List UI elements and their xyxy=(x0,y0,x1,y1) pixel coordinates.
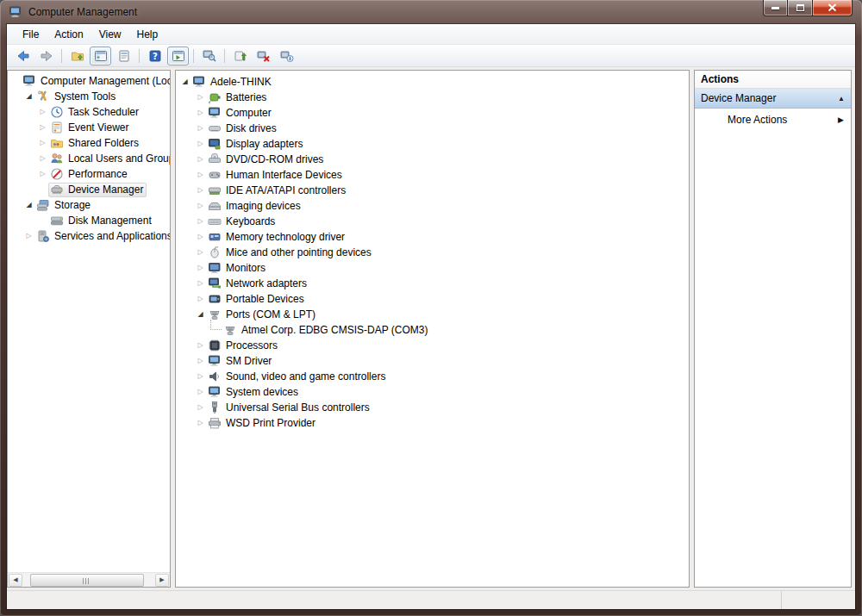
expand-collapsed-icon[interactable]: ▷ xyxy=(37,166,48,182)
device-tree-item-disk-drives[interactable]: ▷Disk drives xyxy=(176,121,689,136)
console-tree-item-task-scheduler[interactable]: ▷Task Scheduler xyxy=(8,104,170,120)
expand-collapsed-icon[interactable]: ▷ xyxy=(195,90,206,105)
console-tree-item-performance[interactable]: ▷Performance xyxy=(8,166,170,182)
console-tree-item-local-users-and-groups[interactable]: ▷Local Users and Groups xyxy=(8,151,170,166)
minimize-button[interactable] xyxy=(763,0,788,16)
device-tree-item-memory-technology-driver[interactable]: ▷Memory technology driver xyxy=(176,229,689,245)
expand-collapsed-icon[interactable]: ▷ xyxy=(195,214,206,229)
device-tree-item-imaging-devices[interactable]: ▷Imaging devices xyxy=(176,198,689,214)
expand-collapsed-icon[interactable]: ▷ xyxy=(195,276,206,291)
menu-item-view[interactable]: View xyxy=(91,25,129,44)
device-tree-item-wsd-print-provider[interactable]: ▷WSD Print Provider xyxy=(176,415,689,431)
expand-expanded-icon[interactable]: ◢ xyxy=(23,197,34,213)
expand-collapsed-icon[interactable]: ▷ xyxy=(195,415,206,431)
show-console-tree-button[interactable] xyxy=(90,47,111,65)
expand-expanded-icon[interactable]: ◢ xyxy=(195,307,206,322)
tools-icon xyxy=(36,90,50,103)
console-tree-item-disk-management[interactable]: Disk Management xyxy=(8,213,170,228)
scrollbar-thumb[interactable] xyxy=(30,574,144,587)
menu-item-file[interactable]: File xyxy=(15,25,47,44)
eventviewer-icon xyxy=(50,121,64,134)
expand-collapsed-icon[interactable]: ▷ xyxy=(195,338,206,353)
maximize-button[interactable] xyxy=(788,0,812,16)
scroll-right-button[interactable]: ▶ xyxy=(155,574,169,587)
expand-collapsed-icon[interactable]: ▷ xyxy=(195,384,206,400)
device-tree-item-human-interface-devices[interactable]: ▷Human Interface Devices xyxy=(176,167,689,183)
properties-button[interactable] xyxy=(113,47,134,65)
device-tree-item-network-adapters[interactable]: ▷Network adapters xyxy=(176,276,689,291)
device-tree-item-sound-video-and-game-controllers[interactable]: ▷Sound, video and game controllers xyxy=(176,369,689,384)
device-tree-item-processors[interactable]: ▷Processors xyxy=(176,338,689,353)
device-tree-item-adele-think[interactable]: ◢Adele-THINK xyxy=(176,74,689,90)
device-tree-item-mice-and-other-pointing-devices[interactable]: ▷Mice and other pointing devices xyxy=(176,245,689,260)
tree-item-content: Event Viewer xyxy=(48,121,132,135)
ide-icon xyxy=(208,184,222,197)
expand-collapsed-icon[interactable]: ▷ xyxy=(195,260,206,276)
device-tree-item-dvd-cd-rom-drives[interactable]: ▷DVD/CD-ROM drives xyxy=(176,152,689,167)
expand-collapsed-icon[interactable]: ▷ xyxy=(37,151,48,166)
help-button[interactable] xyxy=(144,47,166,65)
console-tree-item-device-manager[interactable]: Device Manager xyxy=(8,182,170,197)
tree-item-content: IDE ATA/ATAPI controllers xyxy=(206,184,349,198)
device-tree-item-batteries[interactable]: ▷Batteries xyxy=(176,90,689,105)
update-driver-button[interactable] xyxy=(229,47,251,65)
expand-collapsed-icon[interactable]: ▷ xyxy=(195,152,206,167)
actions-group-device-manager[interactable]: Device Manager ▲ xyxy=(695,89,851,109)
expand-collapsed-icon[interactable]: ▷ xyxy=(195,121,206,136)
console-tree-item-system-tools[interactable]: ◢System Tools xyxy=(8,89,170,104)
expand-collapsed-icon[interactable]: ▷ xyxy=(23,228,34,244)
collapse-group-icon[interactable]: ▲ xyxy=(838,95,845,103)
expand-collapsed-icon[interactable]: ▷ xyxy=(195,369,206,384)
expand-collapsed-icon[interactable]: ▷ xyxy=(195,400,206,415)
expand-collapsed-icon[interactable]: ▷ xyxy=(195,245,206,260)
tree-item-label: IDE ATA/ATAPI controllers xyxy=(226,184,346,196)
back-button[interactable] xyxy=(12,47,34,65)
scan-hardware-changes-button[interactable] xyxy=(276,47,297,65)
console-tree-item-storage[interactable]: ◢Storage xyxy=(8,197,170,213)
device-tree-item-system-devices[interactable]: ▷System devices xyxy=(176,384,689,400)
device-tree-item-keyboards[interactable]: ▷Keyboards xyxy=(176,214,689,229)
console-tree-item-services-and-applications[interactable]: ▷Services and Applications xyxy=(8,228,170,244)
device-tree-item-portable-devices[interactable]: ▷Portable Devices xyxy=(176,291,689,307)
device-tree-item-ports-com-lpt[interactable]: ◢Ports (COM & LPT) xyxy=(176,307,689,322)
expand-collapsed-icon[interactable]: ▷ xyxy=(195,291,206,307)
expand-expanded-icon[interactable]: ◢ xyxy=(23,89,34,104)
forward-button[interactable] xyxy=(35,47,57,65)
device-tree-item-atmel-corp-edbg-cmsis-dap-com3[interactable]: Atmel Corp. EDBG CMSIS-DAP (COM3) xyxy=(176,322,689,338)
horizontal-scrollbar[interactable]: ◀ ▶ xyxy=(8,572,170,587)
menu-item-action[interactable]: Action xyxy=(47,25,91,44)
show-action-pane-button[interactable] xyxy=(167,47,189,65)
tree-item-label: Keyboards xyxy=(226,215,275,227)
expand-collapsed-icon[interactable]: ▷ xyxy=(195,136,206,152)
console-tree-item-computer-management-local[interactable]: Computer Management (Local) xyxy=(8,73,170,89)
refresh-button[interactable] xyxy=(198,47,220,65)
expand-collapsed-icon[interactable]: ▷ xyxy=(195,105,206,121)
scroll-left-button[interactable]: ◀ xyxy=(9,574,22,587)
menu-item-help[interactable]: Help xyxy=(129,25,166,44)
tree-item-content: Services and Applications xyxy=(34,229,170,244)
expand-collapsed-icon[interactable]: ▷ xyxy=(37,135,48,151)
title-bar[interactable]: Computer Management xyxy=(0,0,862,24)
expand-collapsed-icon[interactable]: ▷ xyxy=(195,167,206,183)
expand-collapsed-icon[interactable]: ▷ xyxy=(195,353,206,369)
expand-collapsed-icon[interactable]: ▷ xyxy=(195,198,206,214)
expand-collapsed-icon[interactable]: ▷ xyxy=(37,104,48,120)
device-tree-item-ide-ata-atapi-controllers[interactable]: ▷IDE ATA/ATAPI controllers xyxy=(176,183,689,198)
more-actions-item[interactable]: More Actions ▶ xyxy=(695,109,851,130)
console-tree-item-shared-folders[interactable]: ▷Shared Folders xyxy=(8,135,170,151)
scrollbar-track[interactable] xyxy=(23,574,154,587)
uninstall-button[interactable] xyxy=(253,47,274,65)
expand-collapsed-icon[interactable]: ▷ xyxy=(195,183,206,198)
expand-collapsed-icon[interactable]: ▷ xyxy=(37,120,48,135)
close-button[interactable] xyxy=(812,0,853,16)
console-tree-item-event-viewer[interactable]: ▷Event Viewer xyxy=(8,120,170,135)
device-tree-item-universal-serial-bus-controllers[interactable]: ▷Universal Serial Bus controllers xyxy=(176,400,689,415)
device-tree-item-monitors[interactable]: ▷Monitors xyxy=(176,260,689,276)
expand-expanded-icon[interactable]: ◢ xyxy=(179,74,191,90)
expand-collapsed-icon[interactable]: ▷ xyxy=(195,229,206,245)
device-tree-item-display-adapters[interactable]: ▷Display adapters xyxy=(176,136,689,152)
device-tree-item-computer[interactable]: ▷Computer xyxy=(176,105,689,121)
up-one-level-button[interactable] xyxy=(66,47,88,65)
device-tree-item-sm-driver[interactable]: ▷SM Driver xyxy=(176,353,689,369)
tree-item-content: WSD Print Provider xyxy=(206,416,319,431)
